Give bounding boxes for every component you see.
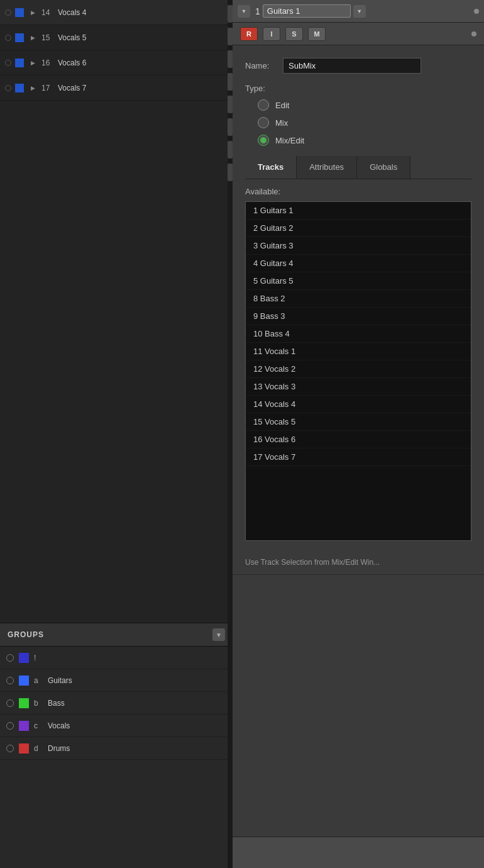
- track-dot: [5, 35, 11, 41]
- side-strip-btn-6: [228, 118, 233, 136]
- side-strip-btn-7: [228, 141, 233, 159]
- track-play-btn[interactable]: [28, 33, 38, 43]
- available-section: Available: 1 Guitars 12 Guitars 23 Guita…: [233, 179, 484, 550]
- radio-mix-btn[interactable]: [258, 117, 269, 128]
- name-input[interactable]: [283, 58, 421, 74]
- listbox-item[interactable]: 1 Guitars 1: [246, 202, 471, 220]
- group-row[interactable]: !: [0, 647, 233, 669]
- listbox-item[interactable]: 15 Vocals 5: [246, 413, 471, 431]
- listbox-item[interactable]: 13 Vocals 3: [246, 378, 471, 396]
- group-circle: [6, 722, 14, 730]
- listbox-item[interactable]: 5 Guitars 5: [246, 272, 471, 290]
- radio-edit[interactable]: Edit: [258, 99, 471, 111]
- group-id: b: [34, 699, 43, 708]
- listbox-item[interactable]: 11 Vocals 1: [246, 343, 471, 360]
- side-strip-btn-8: [228, 164, 233, 181]
- radio-edit-btn[interactable]: [258, 99, 269, 111]
- group-color: [19, 721, 29, 731]
- side-strip-btn-5: [228, 96, 233, 113]
- radio-mix[interactable]: Mix: [258, 117, 471, 128]
- track-color-bar: [15, 84, 24, 92]
- tracks-listbox[interactable]: 1 Guitars 12 Guitars 23 Guitars 34 Guita…: [245, 201, 471, 541]
- type-section: Type: Edit Mix Mix/Edit: [245, 84, 471, 146]
- track-number: 17: [41, 84, 54, 92]
- track-color-bar: [15, 8, 24, 17]
- group-circle: [6, 654, 14, 662]
- group-row[interactable]: d Drums: [0, 737, 233, 760]
- group-id: a: [34, 676, 43, 685]
- side-strip-btn-2: [228, 28, 233, 45]
- track-play-btn[interactable]: [28, 58, 38, 68]
- name-label: Name:: [245, 61, 283, 70]
- group-id: !: [34, 654, 43, 662]
- transport-input-btn[interactable]: I: [263, 27, 280, 41]
- transport-solo-btn[interactable]: S: [285, 27, 303, 41]
- group-color: [19, 743, 29, 754]
- dialog-bottom: [233, 574, 484, 650]
- radio-mixedit-btn[interactable]: [258, 135, 269, 146]
- listbox-item[interactable]: 10 Bass 4: [246, 325, 471, 343]
- groups-title: GROUPS: [8, 630, 44, 639]
- listbox-item[interactable]: 16 Vocals 6: [246, 431, 471, 448]
- group-circle: [6, 677, 14, 684]
- type-label: Type:: [245, 84, 471, 93]
- transport-row: R I S M: [233, 23, 484, 45]
- track-row[interactable]: 14 Vocals 4: [0, 0, 233, 25]
- track-list: 14 Vocals 4 15 Vocals 5 16 Vocals 6 17 V…: [0, 0, 233, 101]
- side-strip-btn-3: [228, 50, 233, 68]
- groups-header: GROUPS ▼: [0, 623, 233, 647]
- dialog-dropdown-btn[interactable]: ▼: [238, 5, 250, 18]
- transport-mute-btn[interactable]: M: [308, 27, 326, 41]
- track-dot: [5, 85, 11, 91]
- dialog-track-dropdown[interactable]: ▼: [353, 5, 366, 18]
- listbox-item[interactable]: 8 Bass 2: [246, 290, 471, 308]
- group-circle: [6, 699, 14, 707]
- listbox-item[interactable]: 3 Guitars 3: [246, 237, 471, 255]
- listbox-item[interactable]: 17 Vocals 7: [246, 448, 471, 466]
- track-play-btn[interactable]: [28, 83, 38, 93]
- track-row[interactable]: 17 Vocals 7: [0, 75, 233, 101]
- group-id: d: [34, 744, 43, 753]
- radio-mixedit[interactable]: Mix/Edit: [258, 135, 471, 146]
- radio-edit-label: Edit: [275, 101, 289, 110]
- groups-list: ! a Guitars b Bass c Vocals d Drums: [0, 647, 233, 760]
- listbox-item[interactable]: 4 Guitars 4: [246, 255, 471, 272]
- group-name: Bass: [48, 699, 65, 708]
- group-row[interactable]: a Guitars: [0, 669, 233, 692]
- track-dot: [5, 60, 11, 66]
- track-dot: [5, 9, 11, 16]
- transport-record-btn[interactable]: R: [240, 27, 258, 41]
- tab-attributes[interactable]: Attributes: [297, 156, 357, 179]
- tab-tracks[interactable]: Tracks: [245, 156, 297, 179]
- group-color: [19, 698, 29, 708]
- track-name: Vocals 4: [58, 8, 86, 17]
- dialog-dot: [474, 9, 479, 14]
- tabs-row: Tracks Attributes Globals: [245, 156, 471, 179]
- groups-chevron[interactable]: ▼: [212, 628, 225, 641]
- listbox-item[interactable]: 9 Bass 3: [246, 308, 471, 325]
- listbox-item[interactable]: 2 Guitars 2: [246, 220, 471, 237]
- right-panel: ▼ 1 ▼ R I S M Name: Type: Edit: [233, 0, 484, 868]
- transport-dot: [471, 31, 476, 36]
- name-form-row: Name:: [245, 58, 471, 74]
- listbox-wrapper: 1 Guitars 12 Guitars 23 Guitars 34 Guita…: [245, 201, 471, 541]
- dialog-topbar: ▼ 1 ▼: [233, 0, 484, 23]
- groups-panel: GROUPS ▼ ! a Guitars b Bass c Vocals d: [0, 623, 233, 868]
- track-name: Vocals 5: [58, 33, 86, 42]
- track-row[interactable]: 15 Vocals 5: [0, 25, 233, 50]
- group-row[interactable]: c Vocals: [0, 715, 233, 737]
- listbox-item[interactable]: 14 Vocals 4: [246, 396, 471, 413]
- track-row[interactable]: 16 Vocals 6: [0, 50, 233, 75]
- listbox-item[interactable]: 12 Vocals 2: [246, 360, 471, 378]
- dialog-track-name-input[interactable]: [263, 4, 351, 18]
- track-name: Vocals 6: [58, 58, 86, 67]
- track-color-bar: [15, 33, 24, 42]
- radio-mix-label: Mix: [275, 118, 288, 128]
- track-play-btn[interactable]: [28, 8, 38, 18]
- left-panel: 14 Vocals 4 15 Vocals 5 16 Vocals 6 17 V…: [0, 0, 233, 623]
- group-name: Vocals: [48, 721, 70, 730]
- group-color: [19, 653, 29, 663]
- tab-globals[interactable]: Globals: [357, 156, 410, 179]
- dialog-content: Name: Type: Edit Mix Mix/Edit: [233, 45, 484, 179]
- group-row[interactable]: b Bass: [0, 692, 233, 715]
